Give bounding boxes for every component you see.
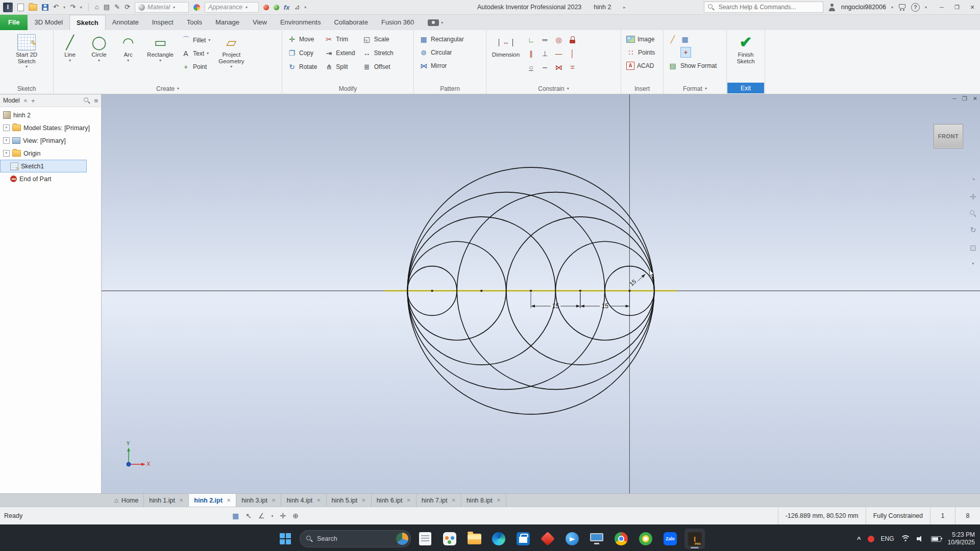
screen-record-button[interactable]: ▾	[428, 15, 443, 30]
pan-icon[interactable]: ✛	[970, 192, 976, 202]
tray-expand-icon[interactable]: ^	[857, 535, 861, 543]
constrain-panel-label[interactable]: Constrain▾	[486, 83, 621, 94]
sketch-canvas[interactable]: 151515YX FRONT ◔ ✛ ↻ ⊡ ▾ ─ ❐ ✕	[102, 94, 980, 493]
edge-icon[interactable]	[488, 529, 509, 549]
doc-chevron-icon[interactable]: ▸	[623, 5, 625, 10]
file-tab-hinh-4-ipt[interactable]: hinh 4.ipt✕	[281, 494, 326, 507]
browser-tab-model[interactable]: Model	[3, 97, 20, 104]
appearance-dropdown[interactable]: Appearance ▾	[205, 2, 259, 13]
close-tab-icon[interactable]: ✕	[361, 497, 365, 503]
close-tab-icon[interactable]: ✕	[406, 497, 410, 503]
inventor-logo-icon[interactable]: I	[3, 3, 13, 12]
axes-icon[interactable]: ✛	[280, 512, 286, 520]
show-format-button[interactable]: ▤ Show Format	[666, 59, 719, 72]
viewcube[interactable]: FRONT	[934, 124, 963, 148]
file-tab-hinh-7-ipt[interactable]: hinh 7.ipt✕	[416, 494, 461, 507]
expand-icon[interactable]: +	[3, 137, 10, 144]
color-green-icon[interactable]	[274, 5, 279, 10]
rotate-tool-button[interactable]: ↻Rotate	[285, 60, 320, 73]
browser-search-icon[interactable]	[84, 97, 90, 104]
move-tool-button[interactable]: ✛Move	[285, 33, 320, 45]
tab-inspect[interactable]: Inspect	[145, 15, 180, 30]
tab-manage[interactable]: Manage	[209, 15, 246, 30]
close-tab-icon[interactable]: ✕	[272, 497, 276, 503]
angle-snap-icon[interactable]: ∠	[258, 512, 265, 520]
pointer-snap-icon[interactable]: ↖	[246, 512, 252, 520]
parallel-constraint-icon[interactable]: ∥	[524, 46, 538, 60]
undo-icon[interactable]: ↶	[53, 3, 59, 11]
pattern-panel-label[interactable]: Pattern	[414, 83, 486, 94]
close-tab-icon[interactable]: ✕	[179, 497, 183, 503]
sketch-panel-label[interactable]: Sketch	[0, 83, 53, 94]
format-panel-label[interactable]: Format▾	[664, 83, 726, 94]
point-tool-button[interactable]: + Point	[179, 60, 213, 73]
copy-tool-button[interactable]: ❐Copy	[285, 46, 320, 59]
sketch-edit-icon[interactable]: ✎	[114, 3, 120, 11]
window-close-button[interactable]: ✕	[965, 0, 980, 14]
redo-icon[interactable]: ↷	[70, 3, 76, 11]
project-geometry-button[interactable]: ▱ Project Geometry ▾	[214, 33, 248, 69]
material-dropdown[interactable]: Material ▾	[135, 2, 189, 13]
tab-view[interactable]: View	[246, 15, 274, 30]
tree-item-origin[interactable]: + Origin	[0, 147, 101, 160]
chevron-down-icon[interactable]: ▾	[63, 5, 65, 10]
finish-sketch-button[interactable]: ✔ Finish Sketch	[729, 33, 762, 64]
tab-file[interactable]: File	[0, 15, 28, 30]
file-tab-hinh-3-ipt[interactable]: hinh 3.ipt✕	[236, 494, 281, 507]
tab-annotate[interactable]: Annotate	[106, 15, 145, 30]
tab-environments[interactable]: Environments	[274, 15, 327, 30]
user-avatar-icon[interactable]	[828, 4, 836, 11]
volume-icon[interactable]	[917, 536, 924, 542]
equal-constraint-icon[interactable]: =	[566, 60, 579, 74]
doc-minimize-icon[interactable]: ─	[952, 95, 957, 102]
tab-tools[interactable]: Tools	[180, 15, 209, 30]
window-maximize-button[interactable]: ❐	[949, 0, 965, 14]
gem-app-icon[interactable]	[537, 529, 558, 549]
symmetric-constraint-icon[interactable]: ⋈	[552, 60, 566, 74]
offset-tool-button[interactable]: ≣Offset	[360, 60, 396, 73]
driven-dimension-icon[interactable]: ▦	[680, 35, 690, 43]
mirror-tool-button[interactable]: ⋈Mirror	[416, 59, 467, 72]
zoom-icon[interactable]	[970, 210, 976, 217]
close-tab-icon[interactable]: ✕	[316, 497, 321, 503]
add-browser-tab-icon[interactable]: +	[31, 97, 35, 105]
measure-icon[interactable]: ⊿	[294, 3, 300, 11]
file-tab-hinh-6-ipt[interactable]: hinh 6.ipt✕	[372, 494, 416, 507]
circle-tool-button[interactable]: ◯ Circle ▾	[85, 33, 113, 63]
language-indicator[interactable]: ENG	[881, 535, 894, 542]
open-folder-icon[interactable]	[29, 4, 37, 11]
collinear-constraint-icon[interactable]: ═	[538, 33, 552, 46]
doc-restore-icon[interactable]: ❐	[962, 95, 967, 102]
precise-grid-icon[interactable]: ▦	[232, 512, 239, 520]
orbit-icon[interactable]: ↻	[970, 226, 976, 235]
window-minimize-button[interactable]: ─	[934, 0, 949, 14]
appearance-sphere-icon[interactable]	[193, 4, 200, 11]
battery-icon[interactable]	[931, 536, 941, 542]
import-acad-button[interactable]: AACAD	[624, 59, 657, 72]
fix-constraint-icon[interactable]	[566, 33, 579, 46]
help-search-input[interactable]	[718, 3, 819, 11]
file-tab-hinh-2-ipt[interactable]: hinh 2.ipt✕	[189, 494, 236, 507]
center-point-toggle-icon[interactable]: +	[680, 47, 691, 58]
wifi-icon[interactable]	[901, 535, 910, 542]
tree-item-sketch1[interactable]: Sketch1	[0, 160, 87, 172]
tab-collaborate[interactable]: Collaborate	[327, 15, 375, 30]
tab-sketch[interactable]: Sketch	[69, 15, 106, 31]
toolbar-overflow-chevron[interactable]: ▾	[304, 5, 306, 10]
coccoc-icon[interactable]	[635, 529, 656, 549]
help-icon[interactable]: ?	[911, 3, 920, 12]
vertical-constraint-icon[interactable]: │	[566, 46, 579, 60]
circular-pattern-button[interactable]: ⊚Circular	[416, 46, 467, 59]
recording-tray-icon[interactable]	[868, 536, 874, 542]
username-label[interactable]: nngocloi982006	[841, 4, 886, 11]
drawing-sheet-icon[interactable]: ▤	[104, 3, 110, 11]
arc-tool-button[interactable]: ◠ Arc ▾	[114, 33, 142, 63]
tree-item-view[interactable]: + View: [Primary]	[0, 134, 101, 147]
microsoft-store-icon[interactable]	[513, 529, 533, 549]
start-button[interactable]	[275, 529, 296, 549]
insert-panel-label[interactable]: Insert	[621, 83, 663, 94]
chevron-down-icon[interactable]: ▾	[80, 5, 82, 10]
horizontal-constraint-icon[interactable]: ―	[552, 46, 566, 60]
rectangle-tool-button[interactable]: ▭ Rectangle ▾	[143, 33, 177, 63]
modify-panel-label[interactable]: Modify	[282, 83, 413, 94]
